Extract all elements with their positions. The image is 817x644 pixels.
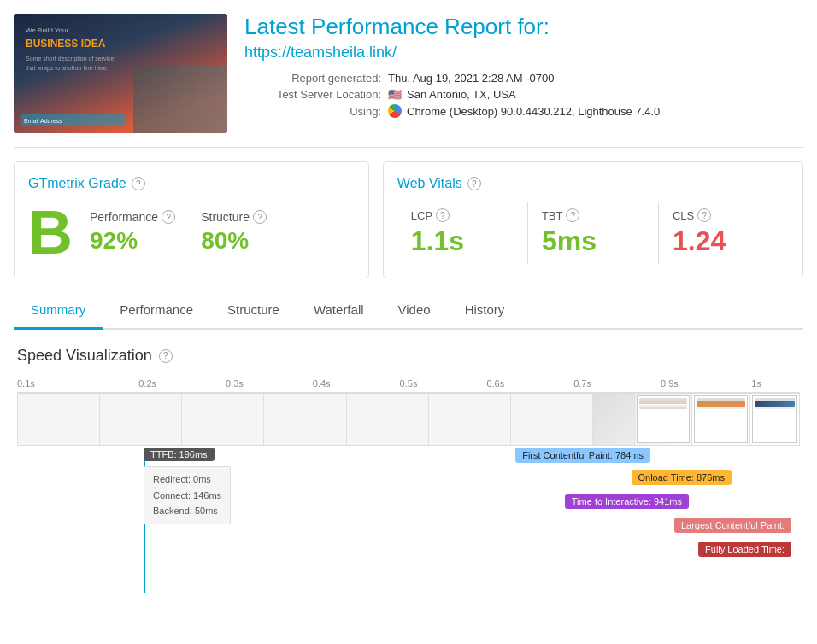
report-meta: Report generated: Thu, Aug 19, 2021 2:28… — [244, 72, 803, 118]
ttfb-connect: Connect: 146ms — [153, 488, 221, 504]
screenshot-frames-row — [17, 393, 800, 446]
web-vitals-card: Web Vitals ? LCP ? 1.1s TBT ? 5ms — [383, 161, 803, 278]
empty-frame-1 — [18, 394, 100, 445]
cls-vital: CLS ? 1.24 — [659, 202, 789, 264]
site-thumbnail: We Build Your BUSINESS IDEA Some short d… — [14, 14, 227, 133]
gtmetrix-grade-help-icon[interactable]: ? — [132, 177, 145, 190]
cls-help-icon[interactable]: ? — [697, 208, 711, 222]
ttfb-tooltip: TTFB: 196ms — [144, 448, 215, 461]
screenshot-thumb-2 — [635, 394, 693, 445]
tab-video[interactable]: Video — [381, 292, 448, 330]
grade-metrics: Performance ? 92% Structure ? 80% — [90, 210, 267, 255]
structure-metric: Structure ? 80% — [201, 210, 267, 255]
performance-value: 92% — [90, 227, 175, 255]
gtmetrix-grade-card: GTmetrix Grade ? B Performance ? 92% — [14, 161, 369, 278]
empty-frame-5 — [347, 394, 429, 445]
meta-label-generated: Report generated: — [244, 72, 381, 85]
tbt-help-icon[interactable]: ? — [566, 208, 579, 222]
chrome-icon — [388, 104, 402, 118]
lcp-value: 1.1s — [411, 225, 514, 257]
tab-performance[interactable]: Performance — [103, 292, 210, 330]
ruler-mark-06: 0.6s — [452, 378, 539, 389]
lcp-label: LCP ? — [411, 208, 514, 222]
ttfb-backend: Backend: 50ms — [153, 503, 221, 519]
ruler-mark-07: 0.7s — [539, 378, 626, 389]
meta-value-server: 🇺🇸 San Antonio, TX, USA — [388, 88, 516, 101]
lcp-help-icon[interactable]: ? — [436, 208, 450, 222]
ruler-mark-01: 0.1s — [17, 378, 104, 389]
empty-frame-7 — [511, 394, 593, 445]
tbt-label: TBT ? — [542, 208, 644, 222]
tab-structure[interactable]: Structure — [210, 292, 297, 330]
tti-bar: Time to Interactive: 941ms — [565, 494, 689, 509]
meta-row-using: Using: Chrome (Desktop) 90.0.4430.212, L… — [244, 104, 803, 118]
report-title: Latest Performance Report for: — [244, 14, 803, 40]
report-url: https://teamsheila.link/ — [244, 44, 803, 61]
meta-label-using: Using: — [244, 105, 381, 118]
ruler-mark-05: 0.5s — [365, 378, 452, 389]
ruler-mark-04: 0.4s — [278, 378, 365, 389]
empty-frame-4 — [264, 394, 346, 445]
performance-label: Performance ? — [90, 210, 175, 224]
speed-viz-title: Speed Visualization ? — [17, 347, 800, 365]
empty-frame-2 — [100, 394, 182, 445]
flag-icon: 🇺🇸 — [388, 88, 402, 101]
ruler-mark-03: 0.3s — [191, 378, 279, 389]
meta-row-server: Test Server Location: 🇺🇸 San Antonio, TX… — [244, 88, 803, 101]
gtmetrix-grade-title: GTmetrix Grade ? — [28, 176, 355, 191]
ruler-mark-02: 0.2s — [104, 378, 191, 389]
flt-bar: Fully Loaded Time: — [698, 542, 791, 557]
tab-summary[interactable]: Summary — [14, 292, 103, 330]
empty-frame-6 — [429, 394, 511, 445]
page-container: We Build Your BUSINESS IDEA Some short d… — [0, 0, 817, 606]
timeline-bars: TTFB: 196ms Redirect: 0ms Connect: 146ms… — [17, 448, 800, 593]
onload-bar: Onload Time: 876ms — [632, 470, 732, 485]
performance-help-icon[interactable]: ? — [162, 210, 175, 224]
web-vitals-title: Web Vitals ? — [397, 176, 789, 191]
ruler-mark-09: 0.9s — [626, 378, 713, 389]
screenshot-thumb-3 — [692, 394, 750, 445]
ttfb-details: Redirect: 0ms Connect: 146ms Backend: 50… — [144, 466, 231, 524]
header-section: We Build Your BUSINESS IDEA Some short d… — [14, 14, 803, 148]
speed-viz-section: Speed Visualization ? 0.1s 0.2s 0.3s 0.4… — [14, 347, 803, 593]
tab-waterfall[interactable]: Waterfall — [297, 292, 381, 330]
grade-card-body: B Performance ? 92% Structure ? — [28, 202, 355, 263]
structure-value: 80% — [201, 227, 267, 255]
meta-row-generated: Report generated: Thu, Aug 19, 2021 2:28… — [244, 72, 803, 85]
grades-section: GTmetrix Grade ? B Performance ? 92% — [14, 161, 803, 278]
tbt-value: 5ms — [542, 225, 644, 257]
performance-metric: Performance ? 92% — [90, 210, 175, 255]
meta-label-server: Test Server Location: — [244, 88, 381, 101]
structure-help-icon[interactable]: ? — [253, 210, 267, 224]
grade-letter: B — [28, 202, 73, 263]
timeline-ruler: 0.1s 0.2s 0.3s 0.4s 0.5s 0.6s 0.7s 0.9s … — [17, 378, 800, 393]
screenshot-thumb-4 — [750, 394, 799, 445]
cls-label: CLS ? — [673, 208, 775, 222]
tab-history[interactable]: History — [448, 292, 522, 330]
structure-label: Structure ? — [201, 210, 267, 224]
speed-viz-help-icon[interactable]: ? — [159, 349, 173, 363]
ruler-mark-10: 1s — [713, 378, 800, 389]
fcp-bar: First Contentful Paint: 784ms — [515, 448, 650, 463]
meta-value-generated: Thu, Aug 19, 2021 2:28 AM -0700 — [388, 72, 554, 85]
tabs-section: Summary Performance Structure Waterfall … — [14, 292, 803, 330]
report-info: Latest Performance Report for: https://t… — [244, 14, 803, 118]
cls-value: 1.24 — [673, 225, 775, 257]
tbt-vital: TBT ? 5ms — [528, 202, 659, 264]
screenshot-thumb-1 — [593, 394, 635, 445]
meta-value-using: Chrome (Desktop) 90.0.4430.212, Lighthou… — [388, 104, 660, 118]
ttfb-redirect: Redirect: 0ms — [153, 471, 221, 488]
lcp-bar: Largest Contentful Paint: — [674, 518, 791, 533]
empty-frame-3 — [182, 394, 264, 445]
lcp-vital: LCP ? 1.1s — [397, 202, 528, 264]
web-vitals-help-icon[interactable]: ? — [467, 177, 481, 190]
vitals-body: LCP ? 1.1s TBT ? 5ms CLS ? — [397, 202, 789, 264]
